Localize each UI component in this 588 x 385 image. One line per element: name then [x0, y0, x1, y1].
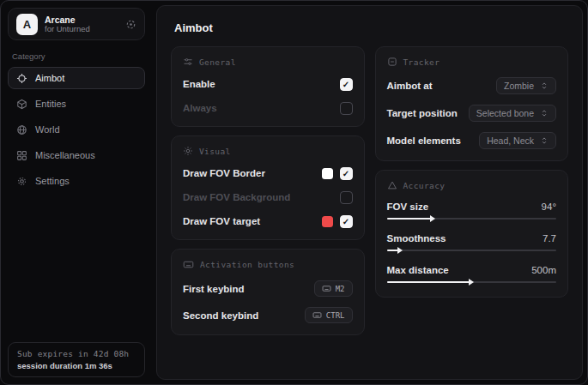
page-title: Aimbot — [174, 21, 568, 34]
smoothness-slider[interactable] — [387, 247, 557, 254]
setting-row-model-elements: Model elements Head, Neck — [387, 132, 557, 149]
enable-checkbox[interactable]: ✓ — [340, 78, 353, 91]
aimbot-at-select[interactable]: Zombie — [496, 77, 556, 94]
keyboard-icon — [312, 310, 322, 320]
fov-background-checkbox[interactable]: ✓ — [340, 191, 353, 204]
sidebar: A Arcane for Unturned Category Aimbot — [1, 1, 152, 384]
setting-label: Model elements — [387, 135, 461, 146]
section-label: Activation buttons — [200, 260, 294, 269]
setting-label: Smoothness — [387, 233, 446, 244]
keyboard-icon — [322, 284, 331, 293]
sidebar-item-settings[interactable]: Settings — [8, 170, 145, 192]
app-logo: A — [16, 14, 38, 35]
scan-icon — [387, 57, 397, 67]
setting-row-enable: Enable ✓ — [183, 77, 353, 91]
second-keybind-button[interactable]: CTRL — [305, 307, 353, 323]
session-duration-text: session duration 1m 36s — [17, 361, 136, 370]
smoothness-value: 7.7 — [543, 233, 556, 244]
setting-row-second-keybind: Second keybind CTRL — [183, 307, 353, 323]
target-position-select[interactable]: Selected bone — [469, 105, 556, 122]
sync-icon[interactable] — [125, 19, 136, 30]
setting-label: Second keybind — [183, 310, 258, 321]
main-panel: Aimbot General Enable — [156, 5, 583, 380]
setting-row-fov-background: Draw FOV Background ✓ — [183, 190, 353, 204]
setting-row-fov-size: FOV size 94° — [387, 202, 557, 222]
setting-label: First keybind — [183, 284, 245, 294]
chevrons-up-down-icon — [540, 136, 549, 145]
fov-border-checkbox[interactable]: ✓ — [340, 167, 353, 180]
sidebar-item-world[interactable]: World — [8, 118, 145, 141]
sidebar-item-entities[interactable]: Entities — [8, 93, 145, 115]
visual-card: Visual Draw FOV Border ✓ Draw FOV Backgr… — [171, 135, 365, 240]
select-value: Zombie — [504, 81, 534, 91]
gear-icon — [16, 176, 27, 187]
app-title-block: Arcane for Unturned — [45, 15, 118, 34]
app-subtitle: for Unturned — [45, 25, 118, 34]
max-distance-value: 500m — [531, 265, 556, 275]
keyboard-icon — [183, 259, 194, 270]
slider-thumb[interactable] — [469, 279, 474, 286]
select-value: Selected bone — [476, 108, 534, 118]
first-keybind-button[interactable]: M2 — [314, 280, 353, 297]
model-elements-select[interactable]: Head, Neck — [479, 132, 556, 149]
crosshair-icon — [16, 73, 27, 84]
entities-icon — [16, 99, 27, 110]
section-label: General — [199, 57, 236, 67]
sidebar-item-label: Settings — [35, 176, 70, 186]
sliders-icon — [183, 57, 193, 67]
tracker-card: Tracker Aimbot at Zombie Target position — [375, 46, 569, 161]
accuracy-card: Accuracy FOV size 94° — [375, 170, 569, 298]
sidebar-item-label: Miscellaneous — [35, 150, 95, 160]
sidebar-item-miscellaneous[interactable]: Miscellaneous — [8, 144, 145, 166]
setting-row-fov-target: Draw FOV target ✓ — [183, 214, 353, 228]
setting-label: Target position — [387, 108, 458, 118]
fov-border-color-swatch[interactable] — [322, 168, 333, 179]
max-distance-slider[interactable] — [387, 279, 557, 286]
chevrons-up-down-icon — [540, 109, 549, 117]
category-label: Category — [12, 51, 145, 61]
setting-row-aimbot-at: Aimbot at Zombie — [387, 77, 557, 94]
sidebar-nav: Aimbot Entities World — [8, 67, 145, 192]
general-header: General — [183, 57, 353, 67]
right-column: Tracker Aimbot at Zombie Target position — [375, 46, 569, 335]
setting-label: Always — [183, 103, 217, 113]
setting-row-max-distance: Max distance 500m — [387, 265, 557, 286]
setting-row-smoothness: Smoothness 7.7 — [387, 233, 557, 254]
slider-fill — [387, 218, 431, 220]
always-checkbox[interactable]: ✓ — [340, 102, 353, 115]
slider-thumb[interactable] — [397, 247, 403, 254]
section-label: Tracker — [403, 57, 440, 67]
slider-fill — [387, 281, 470, 283]
setting-row-always: Always ✓ — [183, 101, 353, 115]
sidebar-item-aimbot[interactable]: Aimbot — [8, 67, 145, 89]
window: A Arcane for Unturned Category Aimbot — [0, 0, 588, 385]
activation-card: Activation buttons First keybind M2 Seco… — [171, 249, 365, 335]
fov-target-color-swatch[interactable] — [322, 216, 333, 227]
setting-label: Draw FOV target — [183, 216, 260, 226]
keybind-value: CTRL — [326, 311, 345, 320]
fov-size-value: 94° — [542, 202, 556, 212]
activation-header: Activation buttons — [183, 259, 353, 270]
setting-label: FOV size — [387, 202, 429, 212]
section-label: Accuracy — [403, 181, 446, 190]
sub-expires-text: Sub expires in 42d 08h — [17, 349, 136, 358]
general-card: General Enable ✓ Always ✓ — [171, 46, 365, 127]
accuracy-header: Accuracy — [387, 180, 557, 190]
tracker-header: Tracker — [387, 57, 557, 67]
visual-icon — [183, 146, 193, 156]
fov-size-slider[interactable] — [387, 215, 557, 222]
slider-thumb[interactable] — [430, 215, 435, 222]
fov-target-checkbox[interactable]: ✓ — [340, 215, 353, 228]
section-label: Visual — [199, 147, 231, 156]
setting-label: Max distance — [387, 265, 449, 275]
subscription-status: Sub expires in 42d 08h session duration … — [8, 342, 145, 377]
sidebar-item-label: Entities — [35, 99, 66, 109]
sidebar-item-label: World — [35, 124, 60, 135]
sidebar-item-label: Aimbot — [35, 73, 64, 83]
keybind-value: M2 — [336, 285, 345, 293]
setting-label: Draw FOV Background — [183, 192, 290, 202]
globe-icon — [16, 124, 27, 135]
setting-label: Draw FOV Border — [183, 168, 265, 178]
setting-row-fov-border: Draw FOV Border ✓ — [183, 166, 353, 180]
setting-label: Aimbot at — [387, 81, 433, 91]
